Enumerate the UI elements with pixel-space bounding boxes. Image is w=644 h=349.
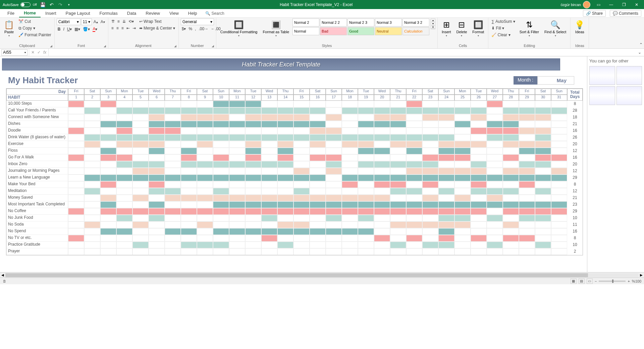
- style-normal2[interactable]: Normal 2: [292, 18, 319, 27]
- habit-cell[interactable]: [68, 208, 84, 215]
- habit-cell[interactable]: [422, 248, 438, 255]
- habit-cell[interactable]: [181, 188, 197, 195]
- habit-cell[interactable]: [406, 181, 422, 188]
- habit-cell[interactable]: [374, 121, 390, 128]
- habit-cell[interactable]: [503, 242, 519, 248]
- habit-cell[interactable]: [535, 215, 551, 221]
- align-left-icon[interactable]: ≡: [110, 25, 115, 31]
- habit-cell[interactable]: [165, 195, 181, 201]
- habit-cell[interactable]: [471, 107, 487, 114]
- habit-cell[interactable]: [149, 168, 165, 174]
- habit-cell[interactable]: [422, 168, 438, 174]
- worksheet[interactable]: Habit Tracker Excel Template My Habit Tr…: [0, 56, 587, 272]
- habit-cell[interactable]: [84, 161, 100, 168]
- habit-cell[interactable]: [116, 114, 132, 121]
- habit-cell[interactable]: [487, 141, 503, 148]
- habit-cell[interactable]: [358, 161, 374, 168]
- habit-cell[interactable]: [213, 215, 229, 221]
- habit-cell[interactable]: [84, 114, 100, 121]
- habit-cell[interactable]: [535, 154, 551, 161]
- habit-cell[interactable]: [487, 242, 503, 248]
- habit-cell[interactable]: [406, 195, 422, 201]
- habit-cell[interactable]: [326, 235, 342, 242]
- habit-cell[interactable]: [374, 148, 390, 154]
- habit-cell[interactable]: [390, 228, 406, 235]
- habit-cell[interactable]: [116, 154, 132, 161]
- habit-cell[interactable]: [132, 188, 149, 195]
- habit-cell[interactable]: [503, 107, 519, 114]
- increase-decimal-icon[interactable]: .00→: [198, 26, 209, 32]
- habit-cell[interactable]: [374, 235, 390, 242]
- habit-cell[interactable]: [165, 128, 181, 134]
- habit-cell[interactable]: [165, 134, 181, 141]
- habit-name[interactable]: Prayer: [6, 248, 68, 255]
- habit-cell[interactable]: [551, 201, 567, 208]
- habit-cell[interactable]: [374, 248, 390, 255]
- habit-cell[interactable]: [100, 148, 116, 154]
- habit-cell[interactable]: [535, 134, 551, 141]
- habit-cell[interactable]: [277, 101, 293, 107]
- habit-cell[interactable]: [519, 235, 535, 242]
- habit-cell[interactable]: [100, 195, 116, 201]
- habit-cell[interactable]: [326, 215, 342, 221]
- habit-cell[interactable]: [181, 201, 197, 208]
- habit-cell[interactable]: [261, 221, 277, 228]
- habit-cell[interactable]: [438, 242, 454, 248]
- habit-cell[interactable]: [519, 168, 535, 174]
- habit-cell[interactable]: [181, 121, 197, 128]
- habit-cell[interactable]: [132, 208, 149, 215]
- habit-cell[interactable]: [68, 161, 84, 168]
- cancel-formula-icon[interactable]: ✕: [31, 50, 35, 55]
- habit-cell[interactable]: [149, 221, 165, 228]
- habit-cell[interactable]: [149, 134, 165, 141]
- habit-cell[interactable]: [471, 215, 487, 221]
- habit-cell[interactable]: [213, 235, 229, 242]
- habit-cell[interactable]: [68, 174, 84, 181]
- habit-cell[interactable]: [197, 242, 213, 248]
- habit-cell[interactable]: [503, 188, 519, 195]
- habit-cell[interactable]: [116, 228, 132, 235]
- habit-cell[interactable]: [197, 221, 213, 228]
- habit-name[interactable]: Most Important Task Completed: [6, 201, 68, 208]
- habit-cell[interactable]: [358, 174, 374, 181]
- habit-cell[interactable]: [116, 161, 132, 168]
- habit-cell[interactable]: [406, 121, 422, 128]
- habit-cell[interactable]: [245, 101, 261, 107]
- habit-cell[interactable]: [261, 107, 277, 114]
- habit-cell[interactable]: [229, 168, 245, 174]
- habit-cell[interactable]: [535, 235, 551, 242]
- tell-me-search[interactable]: 🔍 Search: [205, 11, 224, 16]
- habit-cell[interactable]: [471, 154, 487, 161]
- habit-cell[interactable]: [326, 114, 342, 121]
- habit-cell[interactable]: [454, 148, 471, 154]
- habit-cell[interactable]: [454, 242, 471, 248]
- habit-cell[interactable]: [261, 161, 277, 168]
- clipboard-launcher[interactable]: ◢: [50, 44, 52, 48]
- habit-cell[interactable]: [293, 101, 310, 107]
- habit-cell[interactable]: [149, 148, 165, 154]
- habit-cell[interactable]: [310, 174, 326, 181]
- style-good[interactable]: Good: [347, 27, 374, 35]
- habit-cell[interactable]: [213, 128, 229, 134]
- habit-cell[interactable]: [132, 128, 149, 134]
- habit-cell[interactable]: [342, 242, 358, 248]
- habit-cell[interactable]: [390, 121, 406, 128]
- habit-cell[interactable]: [132, 181, 149, 188]
- style-normal3[interactable]: Normal 3: [375, 18, 402, 27]
- habit-cell[interactable]: [422, 114, 438, 121]
- habit-cell[interactable]: [245, 107, 261, 114]
- habit-cell[interactable]: [326, 168, 342, 174]
- habit-cell[interactable]: [438, 221, 454, 228]
- habit-cell[interactable]: [390, 235, 406, 242]
- habit-cell[interactable]: [374, 215, 390, 221]
- habit-cell[interactable]: [68, 188, 84, 195]
- habit-cell[interactable]: [68, 201, 84, 208]
- template-thumb[interactable]: [616, 86, 642, 105]
- habit-cell[interactable]: [277, 208, 293, 215]
- habit-name[interactable]: No TV or etc.: [6, 235, 68, 242]
- habit-cell[interactable]: [342, 148, 358, 154]
- habit-cell[interactable]: [390, 181, 406, 188]
- habit-cell[interactable]: [229, 235, 245, 242]
- habit-cell[interactable]: [165, 141, 181, 148]
- habit-cell[interactable]: [406, 188, 422, 195]
